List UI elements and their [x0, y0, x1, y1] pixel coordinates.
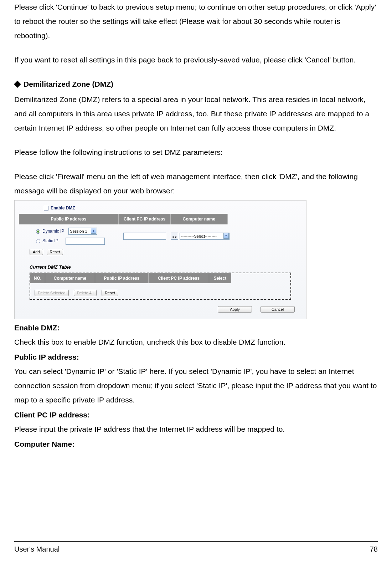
- paragraph-continue-apply: Please click 'Continue' to back to previ…: [14, 0, 378, 43]
- page-footer: User's Manual 78: [14, 541, 378, 556]
- enable-dmz-label: Enable DMZ: [51, 204, 75, 212]
- delete-selected-button[interactable]: Delete Selected: [35, 290, 69, 296]
- cancel-button[interactable]: Cancel: [261, 306, 295, 313]
- field-label-public-ip: Public IP address:: [14, 350, 378, 364]
- paragraph-dmz-desc: Demilitarized Zone (DMZ) refers to a spe…: [14, 92, 378, 135]
- header-public-ip: Public IP address: [19, 214, 119, 225]
- copy-left-button[interactable]: <<: [171, 233, 178, 240]
- delete-all-button[interactable]: Delete All: [74, 290, 97, 296]
- dmz-table-box: NO. Computer name Public IP address Clie…: [30, 273, 291, 300]
- client-pc-ip-input[interactable]: [123, 233, 166, 240]
- field-desc-enable-dmz: Check this box to enable DMZ function, u…: [14, 335, 378, 349]
- footer-page-number: 78: [370, 542, 378, 556]
- page-content: Please click 'Continue' to back to previ…: [14, 0, 378, 451]
- chevron-down-icon[interactable]: ▾: [91, 228, 96, 234]
- field-desc-client-ip: Please input the private IP address that…: [14, 422, 378, 436]
- radio-dynamic-ip-label: Dynamic IP: [42, 227, 64, 235]
- footer-left: User's Manual: [14, 542, 60, 556]
- radio-dynamic-ip[interactable]: [36, 229, 40, 234]
- field-label-computer-name: Computer Name:: [14, 437, 378, 451]
- table-reset-button[interactable]: Reset: [102, 290, 118, 296]
- th-no: NO.: [30, 273, 45, 284]
- th-client-ip: Client PC IP address: [149, 273, 209, 284]
- th-computer-name: Computer name: [45, 273, 95, 284]
- enable-dmz-row: Enable DMZ: [19, 203, 302, 214]
- dmz-table-header: NO. Computer name Public IP address Clie…: [30, 273, 290, 284]
- paragraph-dmz-instructions: Please follow the following instructions…: [14, 145, 378, 159]
- paragraph-cancel-reset: If you want to reset all settings in thi…: [14, 53, 378, 67]
- field-label-enable-dmz: Enable DMZ:: [14, 321, 378, 335]
- current-dmz-table-title: Current DMZ Table: [19, 258, 302, 273]
- reset-button[interactable]: Reset: [47, 249, 63, 255]
- computer-name-select[interactable]: [180, 233, 229, 240]
- router-dmz-screenshot: Enable DMZ Public IP address Client PC I…: [14, 200, 306, 320]
- header-computer-name: Computer name: [171, 214, 228, 225]
- section-title-text: Demilitarized Zone (DMZ): [24, 77, 113, 91]
- chevron-down-icon[interactable]: ▾: [223, 233, 229, 239]
- static-ip-input[interactable]: [66, 238, 105, 245]
- apply-button[interactable]: Apply: [218, 306, 252, 313]
- header-client-ip: Client PC IP address: [119, 214, 171, 225]
- paragraph-dmz-navigate: Please click 'Firewall' menu on the left…: [14, 169, 378, 198]
- dmz-form-header-row: Public IP address Client PC IP address C…: [19, 214, 302, 225]
- field-desc-public-ip: You can select 'Dynamic IP' or 'Static I…: [14, 364, 378, 407]
- th-public-ip: Public IP address: [95, 273, 149, 284]
- radio-static-ip[interactable]: [36, 239, 40, 243]
- radio-static-ip-label: Static IP: [42, 237, 58, 245]
- dmz-form-row: Dynamic IP ▾ Static IP: [19, 227, 302, 246]
- field-label-client-ip: Client PC IP address:: [14, 408, 378, 422]
- th-select: Select: [209, 273, 231, 284]
- enable-dmz-checkbox[interactable]: [44, 206, 48, 211]
- add-button[interactable]: Add: [30, 249, 43, 255]
- diamond-icon: [14, 81, 21, 88]
- section-title-dmz: Demilitarized Zone (DMZ): [14, 77, 378, 91]
